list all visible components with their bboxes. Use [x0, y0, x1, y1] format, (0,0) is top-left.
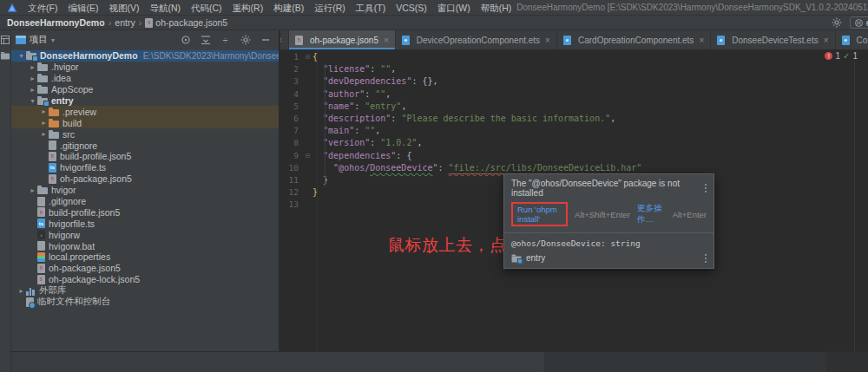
run-ohpm-install-link[interactable]: Run 'ohpm install' [517, 205, 557, 224]
editor-tab[interactable]: onent.ets× [280, 30, 289, 49]
tree-item[interactable]: ▸.preview [11, 106, 279, 117]
line-number: 1 [280, 51, 303, 63]
tree-item[interactable]: 5build-profile.json5 [11, 151, 279, 162]
tree-item[interactable]: tshvigorfile.ts [11, 162, 279, 173]
tree-item[interactable]: .gitignore [11, 196, 279, 207]
inspections-widget[interactable]: ! 1 ✓ 1 [825, 51, 858, 61]
locate-icon[interactable] [180, 35, 191, 46]
tree-item[interactable]: 5oh-package.json5 [11, 173, 279, 185]
code-line[interactable]: 5 "name": "entry", [280, 101, 868, 113]
close-icon[interactable]: × [824, 36, 829, 45]
tab-label: CommonContants.ets [857, 36, 868, 45]
editor-tab[interactable]: eDeviceOpreationComponent.ets× [396, 30, 557, 49]
menu-item[interactable]: VCS(S) [391, 0, 432, 16]
module-folder [26, 51, 36, 60]
settings-gear-icon[interactable] [240, 35, 251, 46]
more-menu-icon[interactable] [705, 184, 707, 193]
tree-item[interactable]: ▸.hvigor [11, 62, 279, 73]
code-line[interactable]: 8 "version": "1.0.2", [280, 137, 868, 149]
menu-item[interactable]: 窗口(W) [432, 0, 476, 16]
breadcrumb-file[interactable]: 5 oh-package.json5 [143, 17, 229, 28]
chevron-right-icon[interactable]: ▸ [28, 75, 37, 82]
hide-panel-icon[interactable] [260, 35, 271, 46]
code-line[interactable]: 6 "description": "Please describe the ba… [280, 113, 868, 125]
fold-marker-icon[interactable]: ⊟ [303, 51, 312, 63]
breadcrumb-module[interactable]: entry [113, 17, 136, 28]
editor-tab[interactable]: eDonseeDeviceTest.ets× [711, 30, 835, 49]
menu-item[interactable]: 视图(V) [103, 0, 144, 16]
ets-file-icon: e [717, 36, 725, 45]
ets-file-icon: e [563, 36, 571, 45]
menu-item[interactable]: 编辑(E) [62, 0, 103, 16]
annotation-red-box: Run 'ohpm install' [511, 202, 568, 226]
chevron-down-icon[interactable]: ▾ [16, 52, 26, 60]
fold-marker-icon[interactable]: ⊟ [303, 150, 312, 162]
close-icon[interactable]: × [545, 36, 550, 45]
menu-item[interactable]: 工具(T) [351, 0, 391, 16]
code-line[interactable]: 3 "devDependencies": {}, [280, 75, 868, 88]
code-line[interactable]: 4 "author": "", [280, 88, 868, 101]
tree-item[interactable]: ›hvigorw [11, 229, 279, 240]
menu-item[interactable]: 文件(F) [23, 0, 62, 16]
code-line[interactable]: 2 "license": "", [280, 63, 868, 75]
tree-item[interactable]: ▸外部库 [11, 285, 279, 297]
editor-tab[interactable]: eCommonContants.ets× [836, 30, 868, 49]
close-icon[interactable]: × [699, 36, 704, 45]
tree-item[interactable]: local.properties [11, 251, 279, 263]
close-icon[interactable]: × [280, 36, 282, 45]
chevron-down-icon[interactable]: ▾ [28, 97, 37, 105]
project-tool-icon[interactable] [0, 49, 11, 61]
tree-item[interactable]: hvigorw.bat [11, 240, 279, 251]
tree-item[interactable]: 5oh-package-lock.json5 [11, 274, 279, 285]
project-panel-title[interactable]: 项目 [30, 34, 48, 46]
tree-item[interactable]: ▾DonseeHarmonyDemoE:\SDK\SDK2023\Harmony… [11, 50, 279, 62]
editor-tab[interactable]: 5oh-package.json5× [289, 30, 396, 49]
editor-tab[interactable]: eCardOpreationComponent.ets× [557, 30, 711, 49]
menu-item[interactable]: 构建(B) [268, 0, 309, 16]
project-panel-header: 项目 ▾ ÷ [11, 30, 279, 49]
tree-item[interactable]: ▾entry [11, 95, 279, 107]
more-actions-link[interactable]: 更多操作… [637, 203, 666, 225]
collapse-all-icon[interactable] [200, 35, 211, 46]
tree-item[interactable]: ▸AppScope [11, 84, 279, 95]
tree-item-label: build [62, 118, 82, 128]
chevron-right-icon[interactable]: ▸ [28, 86, 37, 94]
breadcrumb-project[interactable]: DonseeHarmonyDemo [0, 17, 107, 28]
chevron-right-icon[interactable]: ▸ [39, 108, 49, 115]
code-line[interactable]: 1⊟{ [280, 51, 868, 63]
chevron-right-icon[interactable]: ▸ [16, 287, 26, 295]
tree-item[interactable]: ▸.idea [11, 73, 279, 84]
tree-item[interactable]: tshvigorfile.ts [11, 218, 279, 229]
file-json5: 5 [49, 174, 56, 184]
close-icon[interactable]: × [384, 36, 389, 45]
editor-scrollbar[interactable] [854, 62, 855, 351]
tree-item[interactable]: 5build-profile.json5 [11, 206, 279, 218]
folder [37, 186, 48, 194]
split-icon[interactable]: ÷ [220, 35, 231, 46]
menu-item[interactable]: 代码(C) [186, 0, 227, 16]
tree-item[interactable]: .gitignore [11, 140, 279, 151]
menu-item[interactable]: 运行(R) [309, 0, 351, 16]
tree-item[interactable]: 临时文件和控制台 [11, 297, 279, 308]
code-line[interactable]: 10 "@ohos/DonseeDevice": "file:./src/lib… [280, 162, 868, 174]
breadcrumb-bar: DonseeHarmonyDemo › entry › 5 oh-package… [0, 16, 868, 30]
run-configuration-selector[interactable]: H entry [850, 16, 868, 29]
code-line[interactable]: 7 "main": "", [280, 125, 868, 137]
menu-item[interactable]: 导航(N) [144, 0, 186, 16]
tree-item-label: oh-package.json5 [49, 263, 121, 273]
tool-windows-icon[interactable] [0, 34, 11, 45]
menu-item[interactable]: 帮助(H) [476, 0, 517, 16]
settings-gear-icon[interactable] [832, 17, 843, 29]
file-json5: 5 [49, 152, 56, 161]
tree-item[interactable]: 5oh-package.json5 [11, 263, 279, 274]
code-line[interactable]: 9⊟ "dependencies": { [280, 150, 868, 162]
menu-item[interactable]: 重构(R) [227, 0, 269, 16]
chevron-right-icon[interactable]: ▸ [28, 63, 37, 71]
chevron-right-icon[interactable]: ▸ [39, 119, 49, 127]
more-menu-icon[interactable] [705, 254, 707, 263]
tree-item[interactable]: ▸hvigor [11, 185, 279, 196]
tree-item[interactable]: ▸src [11, 128, 279, 140]
chevron-right-icon[interactable]: ▸ [28, 186, 37, 194]
tree-item[interactable]: ▸build [11, 117, 279, 128]
chevron-right-icon[interactable]: ▸ [39, 130, 49, 138]
